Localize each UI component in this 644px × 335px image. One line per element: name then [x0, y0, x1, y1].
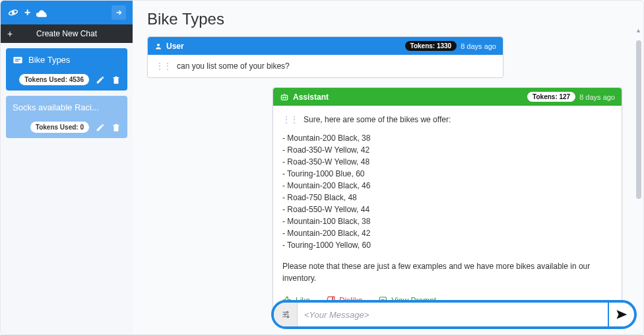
scrollbar-thumb[interactable] — [636, 40, 641, 199]
svg-point-5 — [282, 96, 284, 98]
list-item: - Touring-1000 Blue, 60 — [282, 168, 612, 180]
chat-card-socks[interactable]: Socks available Raci... Tokens Used: 0 — [6, 96, 127, 138]
page-title: Bike Types — [133, 1, 643, 32]
svg-point-8 — [284, 314, 285, 315]
message-input[interactable] — [298, 303, 608, 326]
user-message-header: User Tokens: 1330 8 days ago — [148, 37, 503, 55]
sidebar-header: + — [1, 1, 133, 24]
cloud-icon — [36, 7, 49, 18]
bike-list: - Mountain-200 Black, 38 - Road-350-W Ye… — [282, 132, 612, 251]
collapse-sidebar-button[interactable] — [112, 5, 126, 20]
list-item: - Touring-1000 Yellow, 60 — [282, 239, 612, 251]
conversation-scroll[interactable]: User Tokens: 1330 8 days ago ⋮⋮ can you … — [133, 32, 643, 334]
tokens-badge: Tokens: 1330 — [405, 41, 457, 51]
user-message: User Tokens: 1330 8 days ago ⋮⋮ can you … — [147, 36, 503, 78]
create-new-chat-button[interactable]: + Create New Chat — [1, 24, 133, 43]
assistant-message: Assistant Tokens: 127 8 days ago ⋮⋮ Sure… — [273, 87, 622, 315]
list-item: - Mountain-200 Black, 42 — [282, 227, 612, 239]
svg-point-1 — [13, 12, 15, 14]
delete-chat-button[interactable] — [112, 75, 121, 85]
list-item: - Road-750 Black, 48 — [282, 192, 612, 204]
list-item: - Road-350-W Yellow, 48 — [282, 156, 612, 168]
timestamp-label: 8 days ago — [461, 42, 496, 50]
tokens-used-badge: Tokens Used: 4536 — [19, 74, 89, 85]
sidebar: + + Create New Chat Bike Types Tokens Us… — [1, 1, 133, 334]
assistant-note-text: Please note that these are just a few ex… — [282, 260, 612, 284]
chat-icon — [13, 56, 23, 65]
main-area: Bike Types User Tokens: 1330 8 days ago … — [133, 1, 643, 334]
assistant-icon — [280, 93, 289, 102]
user-role-label: User — [166, 42, 184, 51]
list-item: - Road-550-W Yellow, 44 — [282, 204, 612, 215]
svg-rect-4 — [281, 95, 287, 100]
composer-options-button[interactable] — [274, 303, 298, 326]
svg-point-6 — [285, 96, 286, 98]
sliders-icon — [281, 310, 290, 319]
assistant-message-header: Assistant Tokens: 127 8 days ago — [273, 88, 622, 106]
chat-card-title-label: Socks available Raci... — [13, 102, 99, 112]
list-item: - Mountain-200 Black, 46 — [282, 180, 612, 192]
user-message-text: can you list some of your bikes? — [177, 61, 290, 71]
chat-card-bike-types[interactable]: Bike Types Tokens Used: 4536 — [6, 48, 127, 91]
assistant-role-label: Assistant — [293, 93, 329, 102]
chat-list: Bike Types Tokens Used: 4536 Socks avail… — [1, 43, 133, 143]
svg-point-7 — [286, 311, 288, 313]
send-icon — [616, 309, 628, 320]
plus-icon: + — [7, 28, 13, 39]
svg-point-3 — [157, 44, 160, 46]
tokens-badge: Tokens: 127 — [527, 92, 575, 102]
tokens-used-badge: Tokens Used: 0 — [30, 122, 89, 133]
composer — [271, 300, 637, 329]
user-message-body: ⋮⋮ can you list some of your bikes? — [148, 55, 503, 77]
user-icon — [154, 42, 162, 50]
drag-handle-icon[interactable]: ⋮⋮ — [156, 61, 172, 71]
edit-chat-button[interactable] — [96, 75, 105, 85]
edit-chat-button[interactable] — [96, 123, 105, 132]
scroll-up-arrow-icon[interactable]: ▲ — [635, 27, 641, 34]
send-button[interactable] — [608, 303, 634, 326]
plus-icon: + — [24, 7, 30, 19]
chat-card-title-label: Bike Types — [28, 55, 70, 65]
assistant-intro-text: Sure, here are some of the bikes we offe… — [304, 114, 451, 126]
create-new-chat-label: Create New Chat — [36, 29, 97, 38]
galaxy-icon — [7, 7, 19, 19]
list-item: - Road-350-W Yellow, 42 — [282, 144, 612, 156]
list-item: - Mountain-200 Black, 38 — [282, 132, 612, 144]
assistant-message-body: ⋮⋮ Sure, here are some of the bikes we o… — [273, 106, 622, 315]
timestamp-label: 8 days ago — [579, 93, 615, 101]
svg-rect-2 — [13, 57, 22, 63]
list-item: - Mountain-100 Black, 38 — [282, 215, 612, 227]
drag-handle-icon[interactable]: ⋮⋮ — [282, 114, 298, 126]
delete-chat-button[interactable] — [112, 123, 121, 132]
